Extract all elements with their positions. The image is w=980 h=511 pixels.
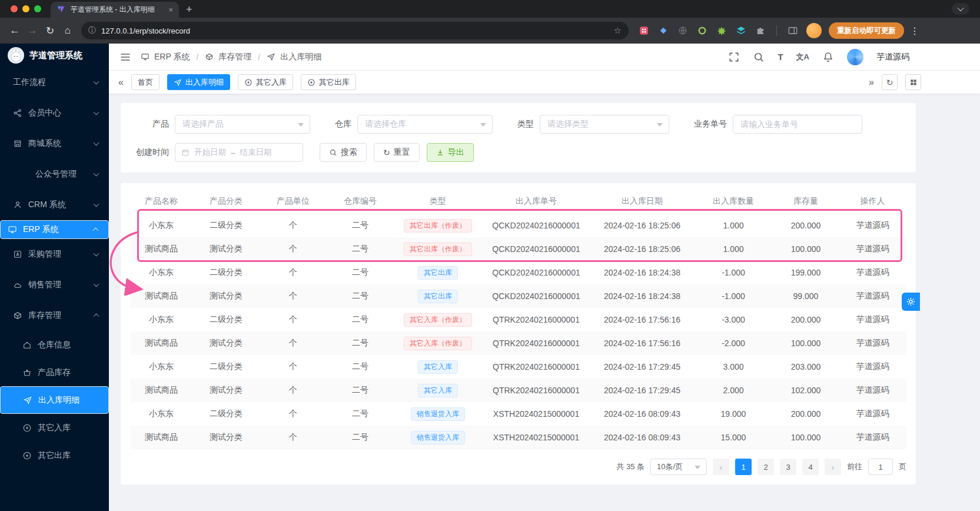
scroll-right-icon[interactable]: » (869, 77, 874, 88)
cell-date: 2024-02-16 18:25:06 (590, 214, 694, 237)
extension-diamond-icon[interactable] (657, 25, 669, 36)
user-avatar[interactable] (847, 49, 863, 65)
sidebar-item-label: 销售管理 (28, 280, 61, 290)
search-icon[interactable] (753, 51, 765, 63)
forward-button[interactable]: → (24, 22, 41, 39)
extension-globe-icon[interactable] (677, 25, 689, 36)
warehouse-select[interactable]: 请选择仓库 (357, 115, 493, 134)
close-tab-icon[interactable]: × (168, 5, 173, 14)
extension-layers-icon[interactable] (735, 25, 747, 36)
sidebar-item-product-stock[interactable]: 产品库存 (0, 359, 109, 386)
sidebar-item-warehouse-info[interactable]: 仓库信息 (0, 331, 109, 359)
type-select[interactable]: 请选择类型 (540, 115, 669, 134)
extension-burst-icon[interactable] (716, 25, 727, 36)
sidebar-item-other-stock-in[interactable]: 其它入库 (0, 414, 109, 442)
cell-order-no: QTRK20240216000001 (482, 308, 590, 331)
tab-search-button[interactable] (952, 3, 969, 15)
cell-order-no: XSTH20240215000001 (482, 402, 590, 426)
address-bar[interactable]: ⓘ 127.0.0.1/erp/stock/record ☆ (81, 22, 629, 39)
browser-update-button[interactable]: 重新启动即可更新 (829, 22, 904, 39)
cell-warehouse: 二号 (327, 284, 394, 308)
sidebar-item-purchase-mgmt[interactable]: 采购管理 (0, 239, 109, 270)
cell-category: 二级分类 (192, 355, 260, 379)
sidebar-item-official-account[interactable]: 公众号管理 (0, 159, 109, 190)
cell-stock: 99.000 (773, 284, 839, 308)
next-page-button[interactable]: › (825, 459, 841, 475)
extension-grid-icon[interactable] (638, 25, 650, 36)
tags-menu-button[interactable] (905, 74, 921, 90)
goto-page-input[interactable] (868, 459, 893, 475)
sidebar-item-crm-system[interactable]: CRM 系统 (0, 190, 109, 220)
breadcrumb-item-stock-record[interactable]: 出入库明细 (280, 52, 321, 62)
sidebar-item-erp-system[interactable]: ERP 系统 (0, 220, 109, 239)
reset-button[interactable]: ↻ 重置 (374, 143, 420, 162)
cell-type: 其它出库（作废） (394, 237, 482, 261)
hamburger-menu-icon[interactable] (119, 51, 131, 63)
sidebar-item-inventory-mgmt[interactable]: 库存管理 (0, 300, 109, 331)
page-button-2[interactable]: 2 (758, 459, 774, 475)
username[interactable]: 芋道源码 (876, 52, 909, 62)
scroll-left-icon[interactable]: « (118, 77, 124, 88)
sidebar-item-workflow[interactable]: 工作流程 (0, 67, 109, 98)
cell-product: 小东东 (130, 402, 192, 426)
page-size-select[interactable]: 10条/页 (650, 459, 707, 475)
browser-menu-icon[interactable]: ⋮ (904, 25, 925, 36)
export-button[interactable]: 导出 (427, 143, 474, 162)
sidebar-item-label: 库存管理 (28, 310, 61, 321)
back-button[interactable]: ← (6, 22, 24, 39)
page-button-3[interactable]: 3 (780, 459, 796, 475)
translate-icon[interactable]: 文A (796, 52, 809, 62)
bell-icon[interactable] (822, 51, 834, 63)
browser-tab[interactable]: 芋道管理系统 - 出入库明细 × (51, 2, 179, 18)
minimize-window-button[interactable] (22, 5, 29, 12)
date-start-placeholder: 开始日期 (194, 147, 226, 158)
cell-type: 其它入库（作废） (394, 331, 482, 355)
tag-stock-record[interactable]: 出入库明细 (167, 74, 230, 90)
reload-button[interactable]: ↻ (41, 22, 59, 39)
sidebar-item-member-center[interactable]: 会员中心 (0, 98, 109, 128)
date-range-picker[interactable]: 开始日期 – 结束日期 (175, 143, 303, 162)
cell-order-no: QCKD20240216000001 (482, 284, 590, 308)
bizno-input[interactable] (733, 115, 862, 134)
cell-product: 小东东 (130, 308, 192, 331)
monitor-icon (141, 52, 150, 61)
page-button-4[interactable]: 4 (802, 459, 819, 475)
new-tab-button[interactable]: + (179, 2, 200, 18)
table-row: 测试商品 测试分类 个 二号 其它出库（作废） QCKD202402160000… (130, 237, 906, 261)
side-panel-icon[interactable] (787, 25, 799, 36)
site-info-icon[interactable]: ⓘ (88, 25, 96, 36)
prev-page-button[interactable]: ‹ (713, 459, 729, 475)
pagination: 共 35 条 10条/页 ‹ 1 2 3 4 › 前往 页 (130, 459, 906, 475)
extensions-puzzle-icon[interactable] (755, 25, 766, 36)
breadcrumb-item-erp[interactable]: ERP 系统 (154, 52, 190, 62)
sidebar-item-mall-system[interactable]: 商城系统 (0, 128, 109, 159)
col-unit: 产品单位 (260, 189, 327, 214)
sidebar-item-sales-mgmt[interactable]: 销售管理 (0, 270, 109, 300)
refresh-tab-button[interactable]: ↻ (882, 74, 898, 90)
search-button[interactable]: 搜索 (320, 143, 367, 162)
breadcrumb-item-inventory[interactable]: 库存管理 (218, 52, 251, 62)
cell-stock: 200.000 (773, 308, 839, 331)
app-logo[interactable]: 芋道管理系统 (0, 44, 109, 67)
col-quantity: 出入库数量 (694, 189, 773, 214)
page-button-1[interactable]: 1 (735, 459, 752, 475)
browser-profile-avatar[interactable] (806, 23, 822, 38)
fullscreen-icon[interactable] (728, 51, 740, 63)
extension-ring-icon[interactable] (696, 25, 708, 36)
sidebar-item-other-stock-out[interactable]: 其它出库 (0, 442, 109, 469)
tag-home[interactable]: 首页 (131, 74, 160, 90)
refresh-icon: ↻ (383, 148, 390, 157)
home-button[interactable]: ⌂ (59, 22, 77, 39)
sidebar-item-label: 产品库存 (38, 367, 71, 378)
sidebar-item-stock-record[interactable]: 出入库明细 (0, 386, 109, 414)
bookmark-star-icon[interactable]: ☆ (614, 25, 622, 36)
zoom-window-button[interactable] (34, 5, 41, 12)
product-select[interactable]: 请选择产品 (175, 115, 310, 134)
settings-fab[interactable] (902, 293, 920, 311)
close-window-button[interactable] (11, 5, 18, 12)
tag-other-stock-out[interactable]: 其它出库 (301, 74, 356, 90)
total-count: 共 35 条 (616, 462, 645, 472)
font-size-icon[interactable]: T (778, 52, 783, 62)
tag-other-stock-in[interactable]: 其它入库 (238, 74, 293, 90)
cell-operator: 芋道源码 (839, 331, 906, 355)
